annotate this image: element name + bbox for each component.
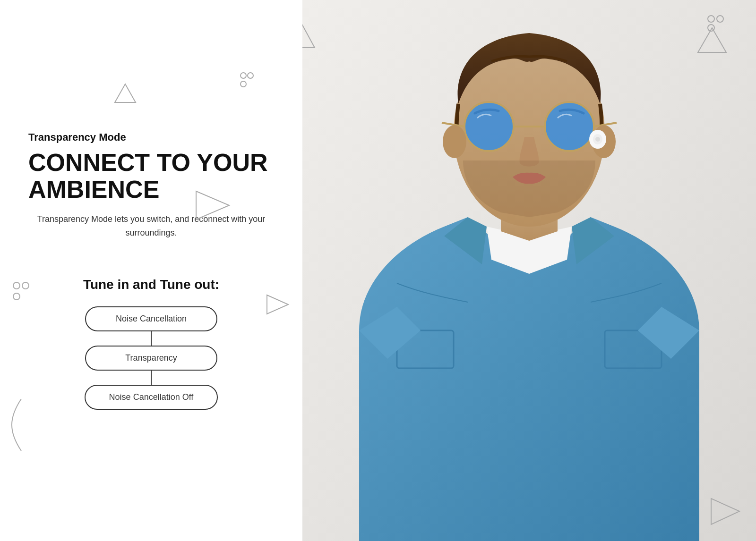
flow-pill-noise-cancellation-off: Noise Cancellation Off — [85, 385, 218, 410]
svg-point-18 — [443, 125, 466, 158]
svg-point-3 — [241, 81, 246, 87]
flow-connector-1 — [151, 331, 152, 346]
main-heading: CONNECT TO YOUR AMBIENCE — [28, 149, 274, 203]
tune-section: Tune in and Tune out: Noise Cancellation… — [28, 277, 274, 410]
svg-point-6 — [22, 282, 29, 289]
hero-image — [302, 0, 756, 541]
deco-bracket-bottom-left — [9, 397, 24, 453]
flow-connector-2 — [151, 371, 152, 385]
deco-circles-mid — [236, 70, 258, 91]
flow-pill-noise-cancellation: Noise Cancellation — [85, 306, 217, 331]
mode-label: Transparency Mode — [28, 131, 274, 144]
svg-marker-0 — [115, 84, 136, 102]
tune-heading: Tune in and Tune out: — [28, 277, 274, 292]
left-panel: Transparency Mode CONNECT TO YOUR AMBIEN… — [0, 0, 302, 541]
svg-point-22 — [595, 137, 600, 142]
deco-triangle-top-left — [113, 83, 137, 104]
svg-point-7 — [13, 293, 20, 300]
description: Transparency Mode lets you switch, and r… — [28, 212, 274, 240]
page-container: Transparency Mode CONNECT TO YOUR AMBIEN… — [0, 0, 756, 541]
svg-point-5 — [13, 282, 20, 289]
flow-chart: Noise Cancellation Transparency Noise Ca… — [28, 306, 274, 410]
svg-point-2 — [248, 73, 253, 78]
flow-pill-transparency: Transparency — [85, 346, 217, 371]
right-panel — [302, 0, 756, 541]
svg-point-1 — [241, 73, 246, 78]
